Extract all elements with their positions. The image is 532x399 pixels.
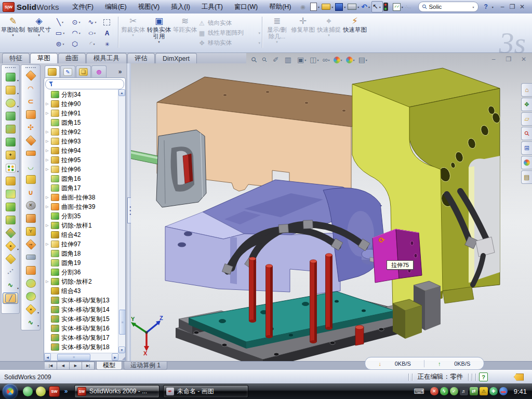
tray-badge-icon[interactable]: ✓: [450, 387, 458, 395]
command-tab[interactable]: 草图: [30, 53, 58, 63]
new-document-icon[interactable]: ▾: [310, 2, 321, 12]
expand-arrow-icon[interactable]: ▷: [46, 195, 51, 200]
tree-item[interactable]: 实体-移动/复制13: [44, 296, 118, 305]
trim-entities-button[interactable]: ✂ 剪裁实体 ▾: [120, 15, 146, 37]
scroll-down-button[interactable]: ▼: [118, 347, 125, 353]
solidworks-resources-tab[interactable]: ⌂: [521, 83, 532, 97]
expand-arrow-icon[interactable]: ▷: [46, 167, 51, 171]
tree-item[interactable]: 圆角18: [44, 249, 118, 258]
left-toolbar-icon[interactable]: ▾: [3, 176, 18, 186]
left-toolbar-icon[interactable]: ▾: [23, 265, 38, 275]
tree-item[interactable]: 实体-移动/复制15: [44, 314, 118, 324]
left-toolbar-icon[interactable]: ▾: [3, 215, 18, 225]
configurationmanager-tab[interactable]: ❏: [76, 65, 91, 77]
propertymanager-tab[interactable]: ✎: [60, 65, 75, 77]
left-toolbar-icon[interactable]: ↗ ▾: [23, 239, 38, 249]
view-orientation-icon[interactable]: ▣ ▾: [296, 56, 307, 64]
help-button[interactable]: ?: [481, 2, 491, 11]
tree-item[interactable]: 分割35: [44, 211, 118, 221]
help-caret-icon[interactable]: ▾: [492, 5, 494, 9]
text-tool-icon[interactable]: A ▾: [100, 28, 116, 38]
left-toolbar-icon[interactable]: ▾: [3, 163, 18, 173]
tree-item[interactable]: ▷ 拉伸92: [44, 127, 118, 137]
featuremanager-tab[interactable]: [45, 65, 60, 77]
scroll-up-button[interactable]: ▲: [118, 89, 125, 96]
menu-item[interactable]: 编辑(E): [99, 1, 132, 13]
left-toolbar-icon[interactable]: ✦ ▾: [23, 304, 38, 314]
expand-arrow-icon[interactable]: ▷: [46, 102, 51, 106]
tab-nav-button[interactable]: |◀: [45, 362, 57, 370]
expand-arrow-icon[interactable]: ▷: [46, 139, 51, 143]
left-toolbar-icon[interactable]: ▾: [3, 72, 18, 82]
part-connector-gray[interactable]: [131, 130, 206, 207]
quicklaunch-solidworks-icon[interactable]: SW: [49, 386, 60, 397]
left-toolbar-icon[interactable]: ▾: [3, 254, 18, 264]
restore-button[interactable]: ❐: [508, 2, 517, 11]
quicklaunch-app-icon[interactable]: [36, 387, 46, 396]
minimize-button[interactable]: –: [498, 2, 508, 11]
tree-item[interactable]: ▷ 拉伸91: [44, 109, 118, 118]
left-toolbar-icon[interactable]: ▾: [23, 213, 38, 223]
expand-arrow-icon[interactable]: ▷: [46, 158, 51, 162]
solidworks-search-tab[interactable]: ⚲: [521, 127, 532, 140]
left-toolbar-icon[interactable]: ✣ ▾: [23, 122, 38, 132]
expand-arrow-icon[interactable]: ▷: [46, 223, 51, 228]
previous-view-icon[interactable]: ✐ ▾: [272, 56, 282, 64]
ellipse-tool-icon[interactable]: ○ ▾: [84, 28, 100, 38]
quick-tips-icon[interactable]: ?: [479, 373, 488, 381]
repair-sketch-button[interactable]: ✛ 修复草图 ▾: [290, 15, 316, 37]
design-library-tab[interactable]: ❖: [521, 98, 532, 111]
tray-warning-icon[interactable]: ⚠: [480, 387, 488, 395]
left-toolbar-icon[interactable]: ▾: [3, 189, 18, 199]
move-entities-button[interactable]: ✥ 移动实体 ▾: [198, 39, 260, 47]
custom-properties-tab[interactable]: ▤: [521, 170, 532, 184]
left-toolbar-icon[interactable]: ◠ ▾: [23, 83, 38, 94]
expand-arrow-icon[interactable]: ▷: [46, 130, 51, 134]
tab-nav-button[interactable]: ◀: [57, 362, 70, 370]
display-delete-relations-button[interactable]: ≣ 显示/删除几... ▾: [264, 15, 290, 44]
menu-item[interactable]: 帮助(H): [263, 1, 297, 13]
part-clamp-frame-olive[interactable]: [352, 68, 501, 316]
file-explorer-tab[interactable]: ▱: [521, 112, 532, 126]
scroll-left-button[interactable]: ◀: [44, 353, 51, 361]
command-tab[interactable]: 曲面: [58, 53, 86, 63]
save-icon[interactable]: ▾: [335, 2, 347, 12]
expand-arrow-icon[interactable]: ▷: [46, 242, 51, 246]
tree-item[interactable]: 分割36: [44, 268, 118, 277]
view-palette-tab[interactable]: ⊞: [521, 141, 532, 155]
document-tab[interactable]: 运动算例 1: [124, 362, 167, 370]
tree-item[interactable]: 圆角15: [44, 118, 118, 127]
menu-item[interactable]: 视图(V): [132, 1, 166, 13]
left-toolbar-icon[interactable]: ▾: [23, 70, 38, 81]
offset-entities-button[interactable]: ≋ 等距实体 ▾: [172, 15, 198, 37]
quick-snaps-button[interactable]: ⌖ 快速捕捉 ▾: [316, 15, 342, 37]
document-tab[interactable]: 模型: [96, 362, 122, 370]
pin-icon[interactable]: ◉ ▾: [300, 2, 310, 12]
doc-close-button[interactable]: ✕: [518, 55, 529, 63]
tree-item[interactable]: 实体-移动/复制17: [44, 333, 118, 342]
left-toolbar-icon[interactable]: ◡ ▾: [23, 161, 38, 171]
spline-tool-icon[interactable]: ∿ ▾: [84, 17, 100, 28]
sketch-button[interactable]: ✎ 草图绘制 ▾: [0, 15, 26, 37]
tree-item[interactable]: ▷ 切除-放样2: [44, 277, 118, 286]
tree-item[interactable]: 实体-移动/复制16: [44, 324, 118, 333]
clock[interactable]: 9:41: [514, 388, 527, 395]
left-toolbar-icon[interactable]: ▾: [23, 109, 38, 119]
left-toolbar-icon[interactable]: ∿ ▾: [3, 280, 18, 290]
polygon-tool-icon[interactable]: ⬡ ▾: [68, 38, 84, 49]
rapid-sketch-button[interactable]: ⚡ 快速草图 ▾: [342, 15, 368, 37]
undo-icon[interactable]: ↶ ▾: [361, 2, 371, 12]
command-tab[interactable]: DimXpert: [155, 53, 197, 63]
dimxpertmanager-tab[interactable]: ⊕: [91, 65, 107, 77]
close-button[interactable]: ✕: [517, 2, 527, 11]
scrollbar-thumb[interactable]: ≡: [119, 310, 126, 335]
left-toolbar-icon[interactable]: ▾: [3, 85, 18, 95]
tray-sync-icon[interactable]: ▬: [499, 387, 508, 395]
open-icon[interactable]: ▾: [321, 2, 335, 12]
left-toolbar-icon[interactable]: ⊂ ▾: [23, 96, 38, 107]
convert-entities-button[interactable]: ▣ 转换实体引用 ▾: [146, 15, 172, 44]
zoom-fit-icon[interactable]: ⚲ ▾: [250, 56, 260, 64]
menu-item[interactable]: 插入(I): [165, 1, 196, 13]
left-toolbar-icon[interactable]: ✦ ▾: [3, 241, 18, 251]
traffic-light-icon[interactable]: ▾: [383, 2, 392, 12]
